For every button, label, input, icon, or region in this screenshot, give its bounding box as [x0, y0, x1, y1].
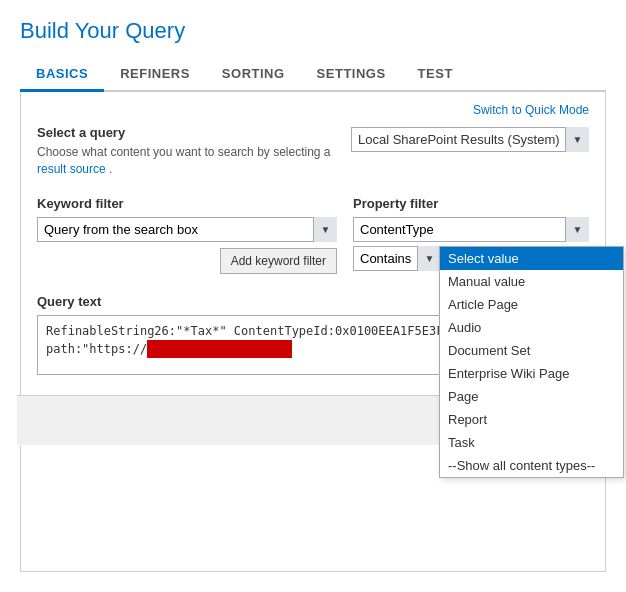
- dropdown-item-document-set[interactable]: Document Set: [440, 339, 623, 362]
- tab-basics[interactable]: BASICS: [20, 58, 104, 92]
- dropdown-item-report[interactable]: Report: [440, 408, 623, 431]
- query-text-redacted: ████████████████████: [147, 340, 292, 358]
- select-query-description: Choose what content you want to search b…: [37, 144, 331, 178]
- contains-dropdown-wrapper: Contains ▼: [353, 246, 441, 271]
- keyword-filter-panel: Keyword filter Query from the search box…: [37, 196, 337, 274]
- dropdown-item-enterprise-wiki-page[interactable]: Enterprise Wiki Page: [440, 362, 623, 385]
- dropdown-item-task[interactable]: Task: [440, 431, 623, 454]
- keyword-select[interactable]: Query from the search box: [37, 217, 337, 242]
- query-text-path: path:"https://: [46, 342, 147, 356]
- dropdown-item-page[interactable]: Page: [440, 385, 623, 408]
- add-keyword-button[interactable]: Add keyword filter: [220, 248, 337, 274]
- query-text-start: RefinableString26:"*Tax*" ContentTypeId:…: [46, 324, 479, 338]
- property-filter-top: ContentType ▼: [353, 217, 589, 242]
- property-filter-label: Property filter: [353, 196, 589, 211]
- add-keyword-row: Add keyword filter: [37, 248, 337, 274]
- switch-mode-container: Switch to Quick Mode: [37, 102, 589, 117]
- operator-select[interactable]: Contains: [353, 246, 441, 271]
- keyword-dropdown-wrapper: Query from the search box ▼: [37, 217, 337, 242]
- tab-sorting[interactable]: SORTING: [206, 58, 301, 92]
- select-query-dropdown-wrapper: Local SharePoint Results (System) ▼: [351, 127, 589, 152]
- property-filter-row2: Contains ▼ Select value Manual value Art…: [353, 246, 589, 271]
- tab-test[interactable]: TEST: [402, 58, 469, 92]
- page-wrapper: Build Your Query BASICS REFINERS SORTING…: [0, 0, 626, 592]
- page-title: Build Your Query: [20, 18, 606, 44]
- filters-section: Keyword filter Query from the search box…: [37, 196, 589, 274]
- dropdown-item-article-page[interactable]: Article Page: [440, 293, 623, 316]
- keyword-filter-row: Query from the search box ▼: [37, 217, 337, 242]
- keyword-filter-label: Keyword filter: [37, 196, 337, 211]
- query-source-dropdown-wrapper: Local SharePoint Results (System) ▼: [351, 127, 589, 152]
- content-panel: Switch to Quick Mode Select a query Choo…: [20, 92, 606, 572]
- select-query-title: Select a query: [37, 125, 331, 140]
- dropdown-item-manual-value[interactable]: Manual value: [440, 270, 623, 293]
- result-source-link[interactable]: result source: [37, 162, 106, 176]
- tab-refiners[interactable]: REFINERS: [104, 58, 206, 92]
- value-dropdown: Select value Manual value Article Page A…: [439, 246, 624, 478]
- property-filter-panel: Property filter ContentType ▼ Contains: [353, 196, 589, 271]
- content-type-select[interactable]: ContentType: [353, 217, 589, 242]
- query-source-select[interactable]: Local SharePoint Results (System): [351, 127, 589, 152]
- select-query-section: Select a query Choose what content you w…: [37, 125, 589, 178]
- dropdown-item-show-all[interactable]: --Show all content types--: [440, 454, 623, 477]
- tab-settings[interactable]: SETTINGS: [301, 58, 402, 92]
- select-query-label: Select a query Choose what content you w…: [37, 125, 331, 178]
- switch-to-quick-mode-link[interactable]: Switch to Quick Mode: [473, 103, 589, 117]
- contenttype-dropdown-wrapper: ContentType ▼: [353, 217, 589, 242]
- dropdown-item-audio[interactable]: Audio: [440, 316, 623, 339]
- dropdown-item-select-value[interactable]: Select value: [440, 247, 623, 270]
- tab-bar: BASICS REFINERS SORTING SETTINGS TEST: [20, 58, 606, 92]
